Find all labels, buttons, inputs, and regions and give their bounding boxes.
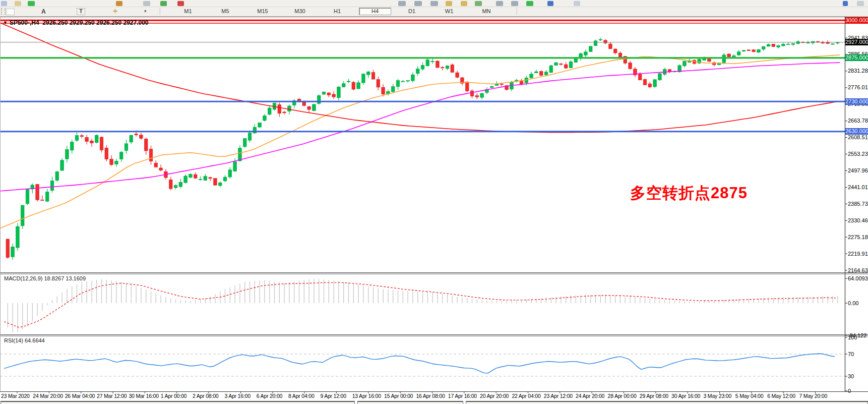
price-axis-tick: 2553.235: [848, 151, 868, 157]
price-axis-tick: 2385.735: [848, 201, 868, 207]
time-axis-label: 8 Apr 04:00: [288, 393, 315, 399]
time-axis-label: 17 Apr 16:00: [448, 393, 477, 399]
price-level-badge: 2630.000: [845, 128, 868, 135]
time-axis-label: 29 Apr 08:00: [640, 393, 668, 399]
macd-axis-tick: 0.00: [848, 300, 868, 306]
bottom-panel-edge: [466, 401, 868, 404]
mt4-window: A T ✛ ▾ M1M5M15M30H1H4D1W1MN ▼SP500-,H4 …: [0, 0, 868, 404]
time-axis-label: 23 Apr 12:00: [544, 393, 573, 399]
time-axis-label: 30 Mar 16:00: [129, 393, 158, 399]
time-axis-label: 27 Mar 12:00: [97, 393, 127, 399]
candles-group: [6, 38, 839, 260]
macd-signal-line: [4, 282, 836, 327]
rsi-axis-tick: 30: [848, 373, 868, 379]
time-axis-label: 24 Mar 20:00: [33, 393, 63, 399]
price-axis-tick: 2164.635: [848, 267, 868, 273]
rsi-axis-tick: 100: [848, 334, 868, 340]
rsi-value: 64.6644: [25, 337, 45, 343]
time-axis-label: 9 Apr 12:00: [320, 393, 346, 399]
ohlc-values: 2926.250 2929.250 2926.250 2927.000: [42, 19, 148, 26]
price-axis-tick: 2497.960: [848, 167, 868, 174]
time-axis-label: 28 Apr 00:00: [608, 393, 637, 399]
price-axis-tick: 2831.285: [848, 68, 868, 74]
time-axis-label: 30 Apr 16:00: [671, 393, 700, 399]
time-axis-label: 22 Apr 04:00: [512, 393, 540, 399]
rsi-line: [4, 354, 835, 373]
price-axis-tick: 2776.010: [848, 84, 868, 90]
price-axis-tick: 2330.460: [848, 217, 868, 223]
macd-histogram: [8, 279, 837, 332]
price-level-badge: 2730.000: [845, 98, 868, 105]
macd-indicator-label: MACD(12,26,9) 18.8267 13.1609: [4, 275, 86, 281]
time-axis-label: 1 Apr 00:00: [161, 393, 187, 399]
panel-borders: [0, 17, 868, 393]
time-axis-label: 2 Apr 08:00: [193, 393, 219, 399]
rsi-axis-tick: 70: [848, 351, 868, 357]
time-axis-label: 23 Mar 2020: [1, 393, 30, 399]
chart-title: ▼SP500-,H4 2926.250 2929.250 2926.250 29…: [3, 19, 149, 26]
time-axis-label: 24 Apr 20:00: [576, 393, 604, 399]
bottom-panel-edge: [357, 401, 463, 404]
time-axis-label: 16 Apr 08:00: [416, 393, 445, 399]
price-level-badge: 3000.000: [845, 17, 868, 24]
time-axis-label: 6 Apr 20:00: [257, 393, 283, 399]
level-lines: [0, 20, 845, 131]
price-axis-tick: 2275.185: [848, 234, 868, 240]
chart-text-annotation: 多空转折点2875: [630, 183, 748, 204]
price-level-badge: 2875.000: [845, 54, 868, 61]
rsi-indicator-label: RSI(14) 64.6644: [4, 337, 45, 343]
rsi-axis-tick: 0: [848, 388, 868, 394]
data-window-arrow-icon[interactable]: ▼: [3, 20, 8, 25]
symbol-period-label: SP500-,H4: [10, 19, 39, 26]
time-axis-label: 7 May 20:00: [799, 393, 828, 399]
price-axis-tick: 2441.010: [848, 184, 868, 190]
rsi-levels: [0, 354, 845, 376]
time-axis-label: 6 May 12:00: [767, 393, 795, 399]
macd-values: 18.8267 13.1609: [44, 275, 86, 281]
macd-axis-tick: 64.0093: [848, 275, 868, 281]
time-axis-label: 15 Apr 00:00: [384, 393, 413, 399]
price-axis-tick: 2219.910: [848, 251, 868, 257]
time-axis-label: 13 Apr 16:00: [352, 393, 381, 399]
time-axis-label: 20 Apr 20:00: [480, 393, 509, 399]
time-axis-label: 3 Apr 16:00: [224, 393, 251, 399]
time-axis-label: 26 Mar 04:00: [65, 393, 95, 399]
price-level-badge: 2927.000: [845, 39, 868, 45]
bottom-panel-edge: [1, 401, 355, 404]
price-axis-tick: 2608.510: [848, 134, 868, 140]
time-axis-label: 3 May 23:00: [704, 393, 732, 399]
time-axis-label: 5 May 04:00: [735, 393, 764, 399]
price-axis-tick: 2663.785: [848, 118, 868, 124]
